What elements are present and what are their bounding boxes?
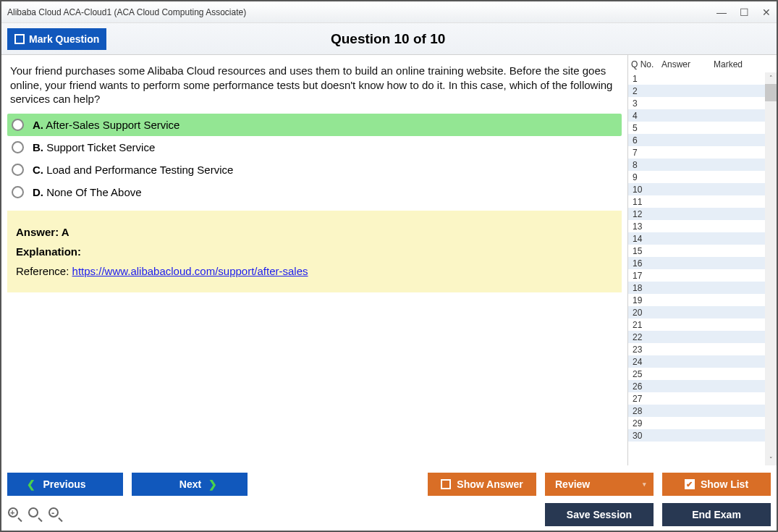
answer-option[interactable]: D. None Of The Above [7,181,622,203]
chevron-right-icon: ❯ [208,478,217,490]
zoom-controls: + - [7,507,64,523]
window-title: Alibaba Cloud ACA-Cloud1 (ACA Cloud Comp… [7,7,246,17]
mark-question-button[interactable]: Mark Question [7,28,106,50]
row-qno: 15 [628,246,659,256]
question-row[interactable]: 19 [628,294,777,306]
sidebar-body[interactable]: 1234567891011121314151617181920212223242… [628,72,777,465]
reference-line: Reference: https://www.alibabacloud.com/… [16,261,613,281]
row-qno: 11 [628,197,659,207]
question-row[interactable]: 20 [628,306,777,318]
save-session-button[interactable]: Save Session [545,503,654,526]
question-row[interactable]: 23 [628,343,777,355]
reference-link[interactable]: https://www.alibabacloud.com/support/aft… [72,265,308,277]
question-row[interactable]: 24 [628,355,777,368]
question-row[interactable]: 7 [628,146,777,159]
next-label: Next [179,478,201,490]
row-qno: 4 [628,111,659,121]
chevron-left-icon: ❮ [27,478,35,490]
row-qno: 25 [628,369,659,379]
question-row[interactable]: 25 [628,368,777,380]
question-row[interactable]: 1 [628,72,777,85]
question-row[interactable]: 30 [628,429,777,442]
zoom-in-icon[interactable]: + [7,507,23,523]
chevron-down-icon: ▾ [643,481,646,488]
row-qno: 27 [628,394,659,404]
question-row[interactable]: 21 [628,318,777,331]
question-row[interactable]: 8 [628,159,777,171]
question-row[interactable]: 11 [628,195,777,208]
radio-icon [12,164,24,176]
answer-option[interactable]: B. Support Ticket Service [7,136,622,159]
question-row[interactable]: 16 [628,257,777,269]
mark-question-label: Mark Question [29,33,99,45]
scroll-thumb[interactable] [765,84,777,101]
footer-row-1: ❮ Previous Next ❯ Show Answer Review ▾ ✔… [7,473,771,496]
question-row[interactable]: 9 [628,171,777,183]
sidebar-header: Q No. Answer Marked [628,55,777,72]
show-list-button[interactable]: ✔ Show List [662,473,771,496]
radio-icon [12,186,24,198]
question-row[interactable]: 6 [628,134,777,146]
question-row[interactable]: 4 [628,109,777,122]
show-answer-label: Show Answer [457,478,523,490]
option-label: C. Load and Performance Testing Service [33,164,233,176]
row-qno: 8 [628,160,659,170]
toolbar: Mark Question Question 10 of 10 [1,23,777,55]
next-button[interactable]: Next ❯ [132,473,248,496]
row-qno: 16 [628,258,659,269]
row-qno: 19 [628,295,659,305]
review-dropdown[interactable]: Review ▾ [545,473,654,496]
close-icon[interactable]: ✕ [762,7,771,18]
zoom-reset-icon[interactable] [28,507,43,523]
question-row[interactable]: 29 [628,417,777,429]
window-controls: — ☐ ✕ [716,7,771,18]
question-row[interactable]: 17 [628,269,777,282]
question-row[interactable]: 18 [628,282,777,294]
question-row[interactable]: 27 [628,392,777,405]
minimize-icon[interactable]: — [716,7,727,18]
save-session-label: Save Session [567,509,632,520]
checkbox-icon [14,34,25,44]
app-window: Alibaba Cloud ACA-Cloud1 (ACA Cloud Comp… [0,0,778,532]
zoom-out-icon[interactable]: - [48,507,64,523]
question-row[interactable]: 3 [628,97,777,109]
row-qno: 18 [628,283,659,293]
question-counter: Question 10 of 10 [106,31,669,47]
radio-icon [12,141,24,153]
question-row[interactable]: 5 [628,122,777,134]
row-qno: 26 [628,381,659,392]
row-qno: 24 [628,357,659,367]
scroll-up-icon[interactable]: ˄ [765,72,777,84]
row-qno: 23 [628,345,659,355]
previous-button[interactable]: ❮ Previous [7,473,123,496]
question-row[interactable]: 2 [628,85,777,97]
end-exam-button[interactable]: End Exam [662,503,771,526]
scroll-down-icon[interactable]: ˅ [765,454,777,465]
row-qno: 14 [628,234,659,244]
options-list: A. After-Sales Support ServiceB. Support… [7,114,622,203]
maximize-icon[interactable]: ☐ [740,7,749,18]
option-label: D. None Of The Above [33,186,142,198]
row-qno: 3 [628,98,659,109]
sidebar: Q No. Answer Marked 12345678910111213141… [627,55,777,465]
question-row[interactable]: 14 [628,232,777,245]
answer-box: Answer: A Explanation: Reference: https:… [7,211,622,292]
footer: ❮ Previous Next ❯ Show Answer Review ▾ ✔… [1,465,777,531]
answer-option[interactable]: C. Load and Performance Testing Service [7,159,622,181]
question-row[interactable]: 28 [628,405,777,417]
row-qno: 21 [628,320,659,330]
explanation-label: Explanation: [16,242,613,261]
show-answer-button[interactable]: Show Answer [428,473,536,496]
question-text: Your friend purchases some Alibaba Cloud… [7,61,622,114]
col-answer: Answer [661,59,714,69]
answer-option[interactable]: A. After-Sales Support Service [7,114,622,136]
option-label: B. Support Ticket Service [33,141,155,153]
question-row[interactable]: 26 [628,380,777,392]
question-row[interactable]: 10 [628,183,777,195]
scrollbar[interactable]: ˄ ˅ [765,72,777,465]
question-row[interactable]: 13 [628,220,777,232]
question-row[interactable]: 12 [628,208,777,220]
question-row[interactable]: 22 [628,331,777,343]
question-row[interactable]: 15 [628,245,777,257]
row-qno: 12 [628,209,659,219]
